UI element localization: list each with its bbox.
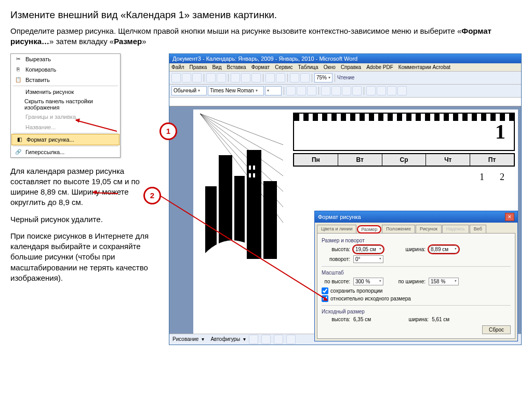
orig-width-label: ширина: [400, 317, 429, 322]
tab-web[interactable]: Веб [470, 225, 486, 233]
ctx-format-picture[interactable]: ◧Формат рисунка... [11, 134, 119, 145]
group-original: Исходный размер [322, 309, 511, 314]
read-button[interactable]: Чтение [337, 75, 354, 80]
save-icon[interactable] [192, 73, 202, 83]
zoom-combo[interactable]: 75% [314, 73, 332, 83]
lock-aspect-checkbox[interactable]: сохранить пропорции [322, 287, 511, 294]
scale-width-label: по ширине: [397, 279, 425, 284]
ctx-edit[interactable]: Изменить рисунок [11, 87, 120, 97]
ctx-paste[interactable]: 📋Вставить [11, 75, 120, 85]
svg-rect-13 [253, 166, 255, 170]
menu-help[interactable]: Справка [341, 64, 361, 70]
calendar-header: 1 [293, 113, 515, 151]
undo-icon[interactable] [265, 73, 275, 83]
relative-original-checkbox[interactable]: относительно исходного размера [322, 295, 511, 302]
align-left-icon[interactable] [321, 86, 330, 95]
rect-icon[interactable] [274, 335, 283, 344]
menu-table[interactable]: Таблица [298, 64, 318, 70]
scale-width-input[interactable]: 158 % [429, 278, 459, 285]
link-icon: 🔗 [14, 148, 22, 156]
size-combo[interactable] [265, 86, 282, 95]
menu-edit[interactable]: Правка [190, 64, 207, 70]
toolbar-2[interactable]: Обычный Times New Roman [169, 85, 521, 98]
font-combo[interactable]: Times New Roman [208, 86, 264, 95]
draw-button[interactable]: Рисование [172, 336, 198, 342]
align-center-icon[interactable] [331, 86, 341, 95]
city-svg [197, 114, 286, 259]
ruler[interactable] [169, 98, 521, 106]
scale-height-label: по высоте: [322, 279, 350, 284]
align-right-icon[interactable] [342, 86, 351, 95]
oval-icon[interactable] [286, 335, 296, 344]
copy-icon[interactable] [241, 73, 250, 83]
line-icon[interactable] [249, 335, 258, 344]
preview-icon[interactable] [217, 73, 226, 83]
group-scale: Масштаб [322, 270, 511, 276]
width-input[interactable]: 8,89 см [429, 245, 459, 253]
menu-adobe[interactable]: Adobe PDF [366, 64, 393, 70]
dialog-title-bar[interactable]: Формат рисунка ✕ [315, 211, 517, 223]
menu-insert[interactable]: Вставка [227, 64, 246, 70]
print-icon[interactable] [206, 73, 216, 83]
menubar[interactable]: Файл Правка Вид Вставка Формат Сервис Та… [169, 63, 521, 72]
tab-size[interactable]: Размер [357, 225, 381, 234]
rotate-input[interactable]: 0° [353, 255, 383, 263]
city-image[interactable] [193, 109, 290, 337]
page-title: Измените внешний вид «Календаря 1» замен… [10, 9, 522, 21]
format-picture-dialog[interactable]: Формат рисунка ✕ Цвета и линии Размер По… [314, 211, 518, 341]
reset-button[interactable]: Сброс [482, 325, 511, 334]
word-title-bar: Документ3 - Календарь: Январь, 2009 - Ян… [169, 54, 521, 63]
ctx-hyperlink[interactable]: 🔗Гиперссылка... [11, 147, 120, 157]
tab-textbox: Надпись [442, 225, 469, 233]
orig-height-label: высота: [322, 317, 350, 322]
autoshapes-button[interactable]: Автофигуры [210, 336, 240, 342]
rotate-label: поворот: [322, 256, 350, 262]
indent-dec-icon[interactable] [387, 86, 396, 95]
tab-colors[interactable]: Цвета и линии [317, 225, 356, 233]
width-label: ширина: [397, 246, 425, 252]
cut-icon[interactable] [231, 73, 240, 83]
svg-rect-14 [249, 173, 251, 177]
group-size: Размер и поворот [322, 238, 511, 243]
numlist-icon[interactable] [377, 86, 386, 95]
list-icon[interactable] [366, 86, 376, 95]
style-combo[interactable]: Обычный [171, 86, 207, 95]
context-menu[interactable]: ✂Вырезать ⎘Копировать 📋Вставить Изменить… [10, 53, 121, 158]
calendar-days: ПнВтСрЧтПт [293, 153, 515, 167]
menu-format[interactable]: Формат [251, 64, 270, 70]
scale-height-input[interactable]: 300 % [353, 278, 383, 285]
paste-icon[interactable] [251, 73, 261, 83]
format-icon: ◧ [15, 135, 23, 144]
orig-width-value: 5,61 см [432, 317, 449, 322]
menu-acrobat[interactable]: Комментарии Acrobat [398, 64, 450, 70]
svg-rect-12 [249, 166, 251, 170]
underline-icon[interactable] [307, 86, 316, 95]
redo-icon[interactable] [276, 73, 285, 83]
ctx-hide[interactable]: Скрыть панель настройки изображения [11, 97, 120, 112]
ctx-caption[interactable]: Название... [11, 122, 120, 132]
table-icon[interactable] [290, 73, 299, 83]
menu-tools[interactable]: Сервис [275, 64, 292, 70]
tab-picture[interactable]: Рисунок [416, 225, 442, 233]
menu-view[interactable]: Вид [212, 64, 221, 70]
word-window: Документ3 - Календарь: Январь, 2009 - Ян… [169, 53, 522, 345]
new-icon[interactable] [171, 73, 181, 83]
toolbar-1[interactable]: 75% Чтение [169, 72, 521, 85]
close-icon[interactable]: ✕ [505, 213, 514, 221]
indent-inc-icon[interactable] [397, 86, 407, 95]
ctx-border[interactable]: Границы и заливка... [11, 112, 120, 122]
menu-file[interactable]: Файл [171, 64, 184, 70]
menu-window[interactable]: Окно [324, 64, 336, 70]
open-icon[interactable] [182, 73, 191, 83]
italic-icon[interactable] [297, 86, 306, 95]
dialog-tabs[interactable]: Цвета и линии Размер Положение Рисунок Н… [315, 223, 517, 233]
ctx-copy[interactable]: ⎘Копировать [11, 64, 120, 75]
cut-icon: ✂ [14, 55, 22, 63]
tab-position[interactable]: Положение [382, 225, 415, 233]
align-justify-icon[interactable] [352, 86, 362, 95]
arrow-icon[interactable] [261, 335, 271, 344]
ctx-cut[interactable]: ✂Вырезать [11, 54, 120, 64]
bold-icon[interactable] [286, 86, 296, 95]
columns-icon[interactable] [300, 73, 310, 83]
height-input[interactable]: 19,05 см [353, 245, 383, 253]
